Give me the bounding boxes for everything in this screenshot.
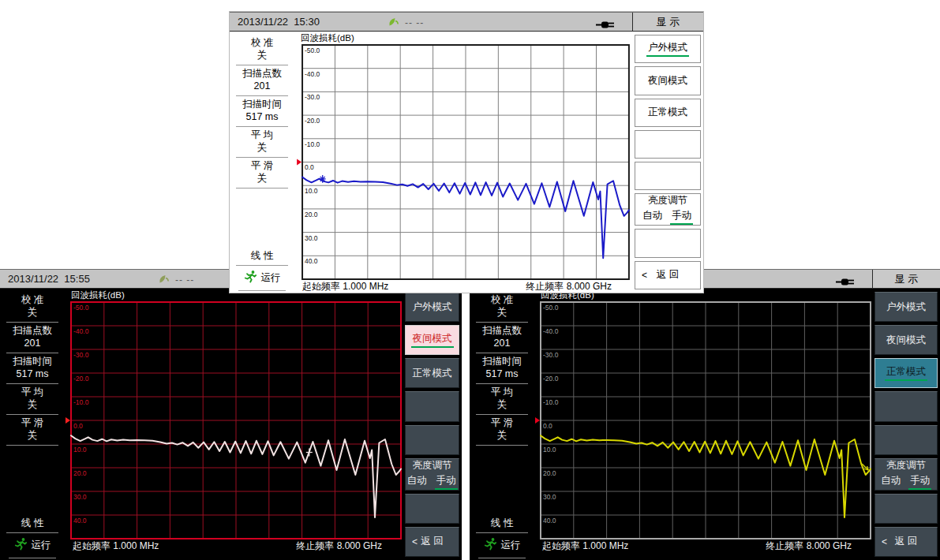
svg-text:30.0: 30.0 <box>73 493 87 501</box>
sidebar-item-linearity: 线 性 <box>0 517 65 535</box>
back-arrow-icon: < <box>412 536 418 547</box>
start-frequency-label: 起始频率 1.000 MHz <box>542 539 628 553</box>
instrument-screen-normal-mode: 显 示 校 准关 扫描点数201 扫描时间517 ms 平 均关 平 滑关 线 … <box>470 269 940 560</box>
night-mode-button[interactable]: 夜间模式 <box>635 66 701 95</box>
sidebar-item-calibration: 校 准关 <box>230 36 294 67</box>
sidebar-item-sweep-time: 扫描时间517 ms <box>470 355 534 386</box>
chart-title: 回波损耗(dB) <box>294 32 632 44</box>
back-button[interactable]: <返 回 <box>635 261 701 289</box>
start-frequency-label: 起始频率 1.000 MHz <box>302 280 388 293</box>
sidebar-item-sweep-points: 扫描点数201 <box>230 67 294 98</box>
brightness-button[interactable]: 亮度调节 自动手动 <box>874 458 938 491</box>
svg-text:-40.0: -40.0 <box>305 70 320 78</box>
settings-sidebar: 校 准关 扫描点数201 扫描时间517 ms 平 均关 平 滑关 线 性 运行 <box>0 289 65 560</box>
svg-text:-40.0: -40.0 <box>73 327 89 335</box>
brightness-manual-option[interactable]: 手动 <box>435 474 458 490</box>
instrument-screen-outdoor-mode: 2013/11/22 15:30 -- -- 显 示 校 准关 扫描点数201 … <box>229 11 704 293</box>
back-arrow-icon: < <box>882 536 887 547</box>
outdoor-mode-button[interactable]: 户外模式 <box>635 35 701 63</box>
brightness-button[interactable]: 亮度调节 自动手动 <box>405 458 459 491</box>
outdoor-mode-button[interactable]: 户外模式 <box>405 292 459 322</box>
normal-mode-button[interactable]: 正常模式 <box>405 358 459 388</box>
svg-text:10.0: 10.0 <box>305 187 318 195</box>
svg-text:10.0: 10.0 <box>73 446 87 454</box>
gps-status-text: -- -- <box>405 17 424 28</box>
svg-text:20.0: 20.0 <box>543 469 556 477</box>
chart-area: 回波损耗(dB) -50.0-40.0-30.0-20.0-10.00.010.… <box>534 289 872 560</box>
empty-softkey[interactable] <box>405 391 459 421</box>
sidebar-item-linearity: 线 性 <box>230 249 294 267</box>
brightness-manual-option[interactable]: 手动 <box>908 474 931 490</box>
svg-text:40.0: 40.0 <box>73 517 87 525</box>
sidebar-item-sweep-time: 扫描时间517 ms <box>0 355 65 386</box>
svg-text:30.0: 30.0 <box>543 493 556 501</box>
sidebar-item-average: 平 均关 <box>230 129 294 159</box>
settings-sidebar: 校 准关 扫描点数201 扫描时间517 ms 平 均关 平 滑关 线 性 运行 <box>230 32 294 293</box>
svg-text:-10.0: -10.0 <box>305 140 320 148</box>
run-status: 运行 <box>0 535 65 554</box>
svg-text:0.0: 0.0 <box>543 422 552 430</box>
sidebar-item-linearity: 线 性 <box>470 517 534 535</box>
svg-text:-30.0: -30.0 <box>73 351 89 359</box>
brightness-manual-option[interactable]: 手动 <box>670 209 693 225</box>
svg-text:-10.0: -10.0 <box>543 398 559 406</box>
svg-text:-20.0: -20.0 <box>543 375 559 383</box>
sidebar-item-sweep-time: 扫描时间517 ms <box>230 98 294 129</box>
menu-title: 显 示 <box>872 270 940 288</box>
brightness-auto-option[interactable]: 自动 <box>881 474 901 490</box>
empty-softkey[interactable] <box>635 130 701 159</box>
brightness-auto-option[interactable]: 自动 <box>407 474 427 490</box>
gps-status-text: -- -- <box>175 274 194 286</box>
back-button[interactable]: <返 回 <box>874 527 938 557</box>
sidebar-item-smoothing: 平 滑关 <box>230 159 294 190</box>
empty-softkey[interactable] <box>405 425 459 455</box>
sidebar-item-smoothing: 平 滑关 <box>0 416 65 447</box>
svg-text:0.0: 0.0 <box>305 163 314 171</box>
night-mode-button[interactable]: 夜间模式 <box>874 325 938 355</box>
brightness-button[interactable]: 亮度调节 自动手动 <box>635 193 701 226</box>
sidebar-item-average: 平 均关 <box>470 386 534 416</box>
stop-frequency-label: 终止频率 8.000 GHz <box>526 280 612 293</box>
screenshot-collage: 2013/11/22 15:30 -- -- 显 示 校 准关 扫描点数201 … <box>0 0 940 560</box>
datetime-text: 2013/11/22 15:55 <box>8 273 90 285</box>
empty-softkey[interactable] <box>874 494 938 524</box>
runner-icon <box>484 537 497 553</box>
status-bar: 2013/11/22 15:30 -- -- 显 示 <box>230 12 703 32</box>
empty-softkey[interactable] <box>405 494 459 524</box>
datetime-text: 2013/11/22 15:30 <box>238 16 320 28</box>
empty-softkey[interactable] <box>635 162 701 190</box>
run-status: 运行 <box>470 535 534 554</box>
brightness-auto-option[interactable]: 自动 <box>642 209 662 225</box>
sidebar-item-smoothing: 平 滑关 <box>470 416 534 447</box>
menu-title: 显 示 <box>632 13 703 31</box>
empty-softkey[interactable] <box>874 425 938 455</box>
return-loss-plot: -50.0-40.0-30.0-20.0-10.00.010.020.030.0… <box>294 44 632 280</box>
instrument-screen-night-mode: 2013/11/22 15:55 -- -- 显 示 校 准关 扫描点数201 … <box>0 269 462 560</box>
power-plug-icon <box>596 18 615 32</box>
svg-text:-20.0: -20.0 <box>73 375 89 383</box>
gps-satellite-icon <box>158 273 170 287</box>
run-status: 运行 <box>230 267 294 287</box>
runner-icon <box>14 537 28 553</box>
return-loss-plot: -50.0-40.0-30.0-20.0-10.00.010.020.030.0… <box>534 301 872 539</box>
stop-frequency-label: 终止频率 8.000 GHz <box>296 539 382 553</box>
night-mode-button[interactable]: 夜间模式 <box>405 325 459 355</box>
gps-satellite-icon <box>388 16 399 30</box>
chart-area: 回波损耗(dB) -50.0-40.0-30.0-20.0-10.00.010.… <box>294 32 632 293</box>
stop-frequency-label: 终止频率 8.000 GHz <box>766 539 852 553</box>
svg-text:40.0: 40.0 <box>305 257 318 265</box>
svg-text:-30.0: -30.0 <box>543 351 559 359</box>
settings-sidebar: 校 准关 扫描点数201 扫描时间517 ms 平 均关 平 滑关 线 性 运行 <box>470 289 534 560</box>
svg-text:0.0: 0.0 <box>73 422 83 430</box>
svg-text:-10.0: -10.0 <box>73 398 89 406</box>
empty-softkey[interactable] <box>874 391 938 421</box>
svg-text:20.0: 20.0 <box>73 469 87 477</box>
normal-mode-button[interactable]: 正常模式 <box>635 99 701 127</box>
outdoor-mode-button[interactable]: 户外模式 <box>874 292 938 322</box>
normal-mode-button[interactable]: 正常模式 <box>874 358 938 388</box>
sidebar-item-calibration: 校 准关 <box>0 293 65 324</box>
empty-softkey[interactable] <box>635 229 701 257</box>
back-button[interactable]: <返 回 <box>405 527 459 557</box>
back-arrow-icon: < <box>642 270 647 281</box>
svg-text:-30.0: -30.0 <box>305 93 320 101</box>
